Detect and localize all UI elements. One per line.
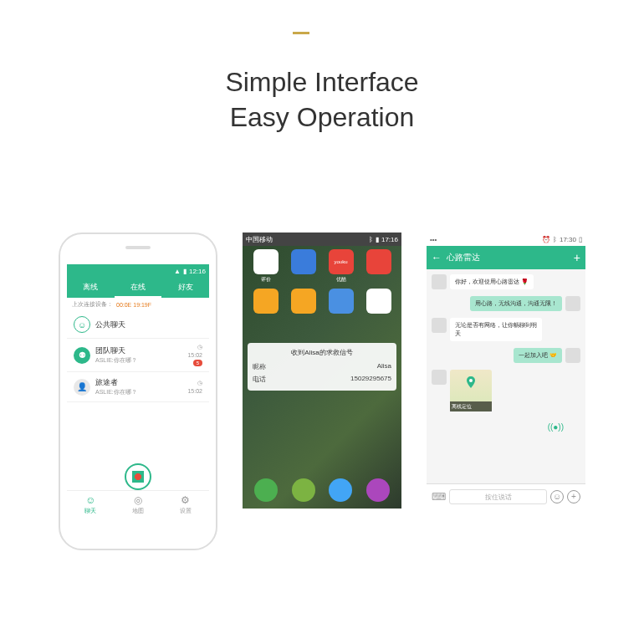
notif-row-phone: 电话15029295675 [253,373,391,386]
app-icon[interactable]: 评价 [249,249,282,284]
avatar [565,348,580,363]
tab-online[interactable]: 在线 [115,278,162,298]
app-icon[interactable] [325,289,357,314]
location-pin-icon [467,376,475,388]
location-label: 离线定位 [452,403,472,411]
svg-point-0 [469,379,473,382]
dock-browser-icon[interactable] [329,478,352,502]
chat-time: 15:02 [187,352,202,358]
keyboard-icon[interactable]: ⌨ [432,491,446,503]
headline-line2: Easy Operation [225,100,418,135]
message-text: 无论是否有网络，让你畅聊到明天 [450,318,542,341]
input-bar: ⌨ 按住说话 ☺ + [427,483,585,509]
battery-icon: ▯ [579,236,582,243]
chat-title: 心路雷达 [447,252,569,263]
statusbar: 中国移动 ᛒ ▮ 17:16 [243,233,401,246]
back-icon[interactable]: ← [432,252,442,263]
alarm-icon: ⏰ [542,236,550,243]
message-out: 用心路，无线沟通，沟通无限！ [432,296,580,311]
phone-1: ▲ ▮ 12:16 离线 在线 好友 上次连接设备： 00:0E 19:19F … [59,233,217,550]
notif-title: 收到Alisa的求救信号 [253,348,391,357]
app-icon[interactable] [287,249,319,284]
statusbar: ••• ⏰ ᛒ 17:30 ▯ [427,233,585,246]
chat-title: 团队聊天 [95,345,182,356]
app-icon[interactable] [362,249,395,284]
chat-item-public[interactable]: ☺ 公共聊天 [67,311,209,339]
phones-row: ▲ ▮ 12:16 离线 在线 好友 上次连接设备： 00:0E 19:19F … [0,233,644,550]
nav-chat[interactable]: ☺聊天 [67,491,115,519]
statusbar-time: 17:16 [381,236,398,243]
chat-title: 旅途者 [95,377,182,388]
chat-icon: ☺ [85,494,95,506]
bluetooth-icon: ᛒ [369,236,373,243]
avatar [432,370,447,385]
tab-friends[interactable]: 好友 [161,278,209,298]
app-icon[interactable] [362,289,395,314]
plus-icon[interactable]: + [567,490,580,503]
avatar-icon: 👤 [74,379,90,396]
statusbar-time: 12:16 [189,268,206,275]
floating-action-button[interactable] [125,463,151,490]
clock-icon: ◷ [197,380,202,386]
nav-label: 设置 [180,507,192,515]
chat-subtitle: ASLIE:你在哪？ [95,356,182,365]
group-icon: ⚉ [74,347,90,364]
wifi-icon: ▲ [174,268,181,275]
emoji-icon[interactable]: ☺ [550,490,564,503]
message-text: 一起加入吧 🤝 [514,348,562,363]
battery-icon: ▮ [376,236,379,243]
unread-badge: 5 [193,360,202,366]
sos-notification[interactable]: 收到Alisa的求救信号 昵称Alisa 电话15029295675 [248,343,396,391]
gear-icon: ⚙ [181,494,190,506]
statusbar: ▲ ▮ 12:16 [67,264,209,278]
carrier-label: 中国移动 [246,235,273,244]
chat-subtitle: ASLIE:你在哪？ [95,388,182,396]
info-strip: 上次连接设备： 00:0E 19:19F [67,298,209,311]
clock-icon: ◷ [197,344,202,350]
voice-input-button[interactable]: 按住说话 [449,489,547,504]
map-icon: ◎ [134,494,142,506]
nav-map[interactable]: ◎地图 [115,491,162,519]
notif-row-nickname: 昵称Alisa [253,360,391,373]
message-text: 你好，欢迎使用心路雷达 🌹 [450,274,534,289]
bluetooth-icon: ᛒ [553,236,557,243]
dock-phone-icon[interactable] [254,478,278,502]
chat-header: ← 心路雷达 + [427,246,585,269]
app-grid: 评价 youku优酷 [243,246,401,317]
app-icon[interactable] [249,289,282,314]
chat-item-team[interactable]: ⚉ 团队聊天 ASLIE:你在哪？ ◷ 15:02 5 [67,339,209,372]
chat-time: 15:02 [187,388,202,394]
nav-label: 聊天 [84,507,96,515]
bottom-nav: ☺聊天 ◎地图 ⚙设置 [67,490,209,519]
app-icon[interactable]: youku优酷 [325,249,357,284]
add-icon[interactable]: + [574,251,580,264]
chat-bubble-icon: ☺ [74,316,90,333]
app-icon[interactable] [287,289,319,314]
chat-title: 公共聊天 [95,319,202,330]
message-in: 无论是否有网络，让你畅聊到明天 [432,318,580,341]
accent-bar [293,32,309,34]
headline-line1: Simple Interface [225,65,418,100]
dock-camera-icon[interactable] [366,478,390,502]
battery-icon: ▮ [183,268,187,275]
message-location[interactable]: 离线定位 [432,370,580,411]
phone-3: ••• ⏰ ᛒ 17:30 ▯ ← 心路雷达 + 你好，欢迎使用心路雷达 🌹 用… [427,233,585,509]
avatar [565,296,580,311]
message-area[interactable]: 你好，欢迎使用心路雷达 🌹 用心路，无线沟通，沟通无限！ 无论是否有网络，让你畅… [427,269,585,483]
avatar [432,318,447,333]
dock-messages-icon[interactable] [292,478,315,502]
top-tabs: 离线 在线 好友 [67,278,209,298]
message-out: 一起加入吧 🤝 [432,348,580,363]
chat-item-traveler[interactable]: 👤 旅途者 ASLIE:你在哪？ ◷ 15:02 [67,372,209,402]
location-thumbnail: 离线定位 [450,370,492,411]
avatar [432,274,447,289]
nav-settings[interactable]: ⚙设置 [161,491,209,519]
dock [248,475,396,505]
info-time: 00:0E 19:19F [116,302,151,308]
voice-wave-icon: ((●)) [548,422,564,432]
info-label: 上次连接设备： [72,300,113,309]
nav-label: 地图 [132,507,144,515]
tab-offline[interactable]: 离线 [67,278,115,298]
statusbar-time: 17:30 [560,236,576,243]
message-in: 你好，欢迎使用心路雷达 🌹 [432,274,580,289]
